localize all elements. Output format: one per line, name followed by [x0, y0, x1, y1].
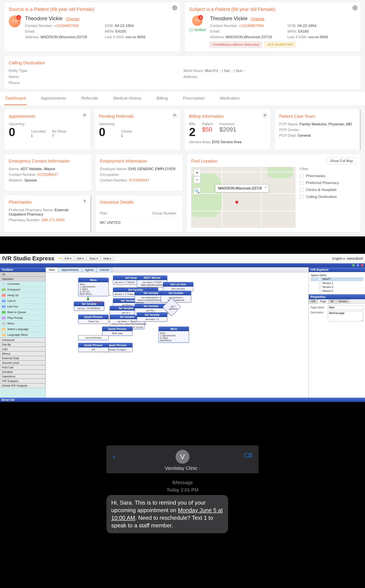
tree-item[interactable]: 📄 DRAFT	[310, 277, 363, 281]
toolbox-item[interactable]: Language Menu	[0, 332, 45, 338]
contact-number[interactable]: +13194807606	[54, 24, 79, 28]
toolbox-item[interactable]: Link Out	[0, 304, 45, 309]
tab-billing[interactable]: Billing	[155, 92, 169, 105]
tab-prescription[interactable]: Prescription	[182, 92, 206, 105]
toolbox-item[interactable]: Hang Up	[0, 293, 45, 298]
chevron-right-icon: ›	[198, 466, 200, 471]
toolbox-item[interactable]: Back to Queue	[0, 309, 45, 315]
flow-canvas[interactable]: MenuMenu 1. Appointments 2. Agent 3. Use…	[46, 272, 309, 398]
tab-medical-history[interactable]: Medical History	[112, 92, 142, 105]
gear-icon[interactable]	[353, 6, 357, 10]
change-link[interactable]: Change	[251, 17, 264, 21]
zoom-in-icon[interactable]: +	[194, 169, 201, 176]
description-input[interactable]	[328, 311, 363, 321]
gear-icon[interactable]	[172, 113, 177, 118]
tree-item[interactable]: 📄 Version 1	[310, 281, 363, 285]
flow-node-input[interactable]: Input [birthdate]	[78, 335, 109, 340]
gear-icon[interactable]	[262, 113, 267, 118]
gear-icon[interactable]	[172, 6, 177, 10]
flow-node-speak[interactable]: Speak PhrasesBirth Date	[102, 327, 133, 336]
prop-tab-ivr[interactable]: IVR	[309, 299, 318, 303]
verified-badge: Verified	[189, 28, 205, 32]
avatar[interactable]: TV 4	[192, 15, 203, 26]
prop-tab-bf[interactable]: BF	[328, 299, 336, 303]
flow-node-menu[interactable]: MenuMenu 1. Appointments 2. Agent 3. Use…	[78, 278, 109, 296]
subject-patient-card: Subject is a Patient (68 year old Female…	[185, 2, 361, 52]
canvas-tab-agents[interactable]: Agents	[82, 267, 97, 272]
menu-ivr[interactable]: IVR ▾	[62, 256, 74, 261]
toolbox-section-advanced[interactable]: Advanced	[0, 338, 45, 342]
status-dot-icon	[352, 264, 355, 266]
care-team-card: Patient Care Team PCP Name: Family Medic…	[275, 110, 361, 150]
toolbox-item[interactable]: Menu	[0, 321, 45, 326]
filter-preferred-pharmacy[interactable]: Preferred Pharmacy	[300, 181, 356, 185]
zoom-out-icon[interactable]: −	[194, 176, 201, 183]
error-list-panel[interactable]: Error list	[0, 398, 365, 402]
change-link[interactable]: Change	[66, 17, 79, 21]
user-label: Admin@will	[347, 257, 363, 260]
flow-node-speak[interactable]: Speak PhrasesZIP	[78, 343, 109, 352]
show-full-map-button[interactable]: Show Full Map	[327, 158, 356, 164]
search-icon[interactable]: 🔍	[194, 188, 201, 195]
flow-node-set-variable[interactable]: Set Variableset zipcheck = addr.postalco…	[161, 291, 191, 302]
canvas-tab-main[interactable]: Main	[46, 267, 58, 272]
link-to-agents[interactable]: To Agents	[92, 301, 103, 303]
video-call-icon[interactable]	[244, 452, 252, 459]
back-icon[interactable]: ‹	[113, 452, 116, 461]
canvas-tab-appointments[interactable]: Appointments	[58, 267, 82, 272]
tab-dashboard[interactable]: Dashboard	[4, 92, 27, 105]
flow-node-set-variable[interactable]: Set Variableset index = 0	[137, 313, 167, 322]
page-name-input[interactable]	[328, 305, 363, 310]
appointments-card: Appointments Upcoming0 Canceled1 No Show…	[4, 110, 90, 150]
map[interactable]: + − 🔍 MADISON,Wisconsin,53718 × ♥	[191, 167, 295, 228]
prop-tab-version[interactable]: Version	[336, 299, 350, 303]
subject-title: Subject is a Patient (68 year old Female…	[189, 7, 356, 12]
tree-root[interactable]: Spinzo Demo	[310, 273, 363, 277]
tree-item[interactable]: 📄 Version 4	[310, 285, 363, 289]
toolbox-item[interactable]: Entrypoint	[0, 287, 45, 293]
flow-node-speak[interactable]: Speak PhrasesThank You	[78, 315, 109, 324]
calling-destination-card: Calling Destination Entity Type: Work Ho…	[4, 56, 361, 90]
gear-icon[interactable]	[82, 199, 87, 203]
menu-help[interactable]: Help ▾	[101, 256, 114, 261]
contact-avatar[interactable]: V	[175, 450, 190, 464]
diagnosis-tag[interactable]: Cholelithiasis without obstruction	[210, 42, 262, 47]
menu-edit[interactable]: Edit ▾	[74, 256, 86, 261]
filter-calling-destination[interactable]: Calling Destination	[300, 195, 356, 199]
avatar[interactable]: TV 4	[9, 15, 21, 27]
filter-pharmacies[interactable]: Pharmacies	[300, 174, 356, 178]
flow-node-rest-call[interactable]: REST WSCallvar return = POST https://geo…	[137, 275, 167, 287]
menu-tools[interactable]: Tools ▾	[87, 256, 100, 261]
flow-node-get-list[interactable]: Get List ItemGet List Item	[163, 282, 193, 291]
toolbox-section-standard[interactable]: Standard	[0, 277, 45, 281]
prop-tab-page[interactable]: Page	[318, 299, 329, 303]
imessage-preview: ‹ V Vandalay Clinic › iMessage Today 2:0…	[106, 445, 259, 533]
message-bubble[interactable]: Hi, Sara. This is to remind you of your …	[106, 495, 228, 533]
svg-point-2	[84, 114, 85, 116]
flow-node-menu[interactable]: MenuMenu 1. Appointments 8. Agent [App M…	[159, 327, 189, 343]
tab-medication[interactable]: Medication	[219, 92, 241, 105]
toolbox-item[interactable]: Link In	[0, 298, 45, 304]
toolbox-section-all[interactable]: All	[0, 272, 45, 277]
star-icon[interactable]: ★	[59, 256, 62, 261]
app-title: IVR Studio Express	[2, 255, 54, 262]
language-select[interactable]: English ▾	[332, 257, 345, 260]
tab-referrals[interactable]: Referrals	[80, 92, 99, 105]
emergency-contact-card: Emergency Contact Information Name: ADT …	[4, 154, 91, 191]
filter-clinics-hospitals[interactable]: Clinics & Hospitals	[300, 188, 356, 192]
tab-appointments[interactable]: Appointments	[40, 92, 67, 105]
source-patient-card: Source is a Patient (68 year old Female)…	[4, 2, 180, 52]
gear-icon[interactable]	[82, 113, 87, 118]
quick-toolbar	[0, 263, 365, 267]
close-icon[interactable]: ×	[265, 186, 267, 189]
tree-item[interactable]: 📄 Version 5	[310, 289, 363, 293]
allergy-tag[interactable]: ACE INHIBITORS	[265, 42, 296, 47]
toolbox-item[interactable]: Comment	[0, 281, 45, 287]
ivr-explorer-panel: IVR Explorer Spinzo Demo 📄 DRAFT 📄 Versi…	[309, 267, 365, 294]
contact-name[interactable]: Vandalay Clinic ›	[113, 465, 252, 471]
toolbox-item[interactable]: Select Language	[0, 326, 45, 332]
contact-number[interactable]: +13194807606	[239, 24, 264, 28]
toolbox-item[interactable]: Play Prompt	[0, 315, 45, 321]
canvas-tab-cancel[interactable]: Cancel	[97, 267, 112, 272]
billing-card: Billing Information Bills2 Patient$50 In…	[185, 110, 270, 150]
